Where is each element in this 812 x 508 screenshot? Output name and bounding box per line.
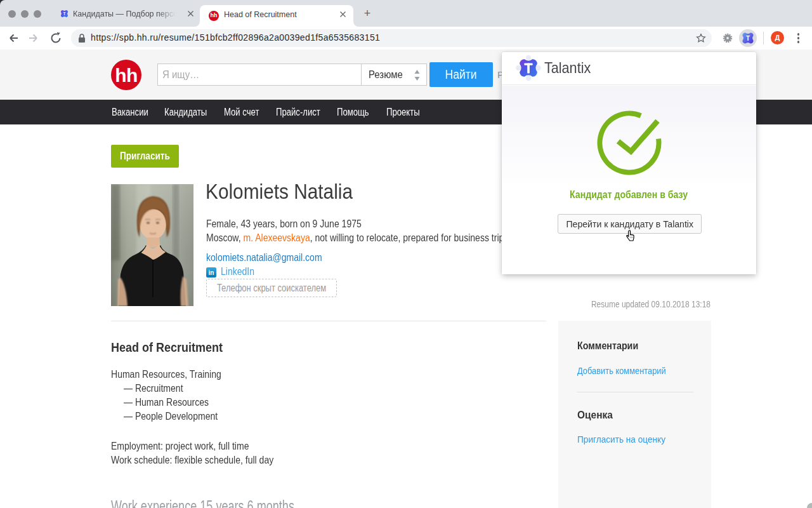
svg-text:T: T (746, 35, 750, 42)
svg-text:in: in (209, 269, 214, 276)
svg-text:T: T (63, 11, 66, 16)
